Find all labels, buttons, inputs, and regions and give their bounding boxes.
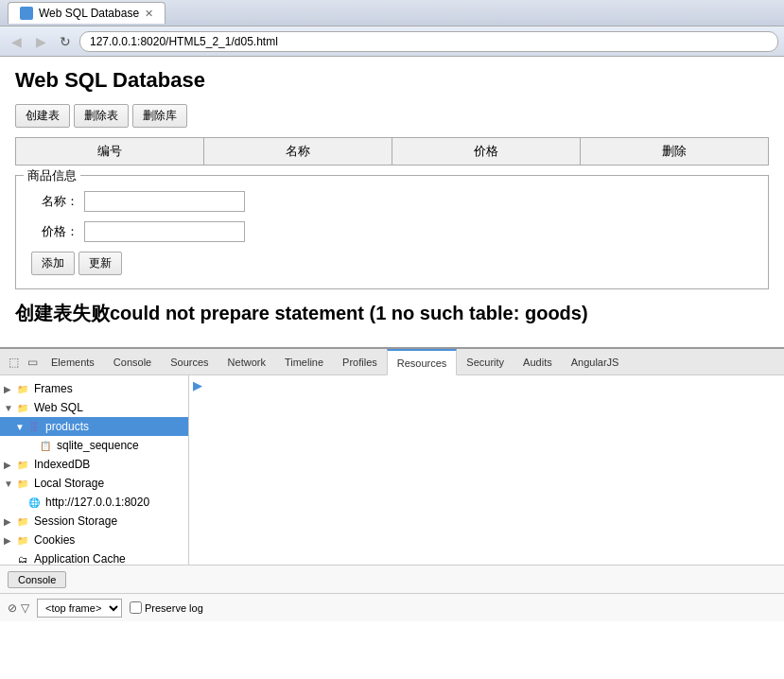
preserve-log-label: Preserve log (130, 601, 203, 614)
sidebar-frames[interactable]: ▶ 📁 Frames (0, 379, 188, 398)
sessionstorage-arrow: ▶ (4, 516, 15, 527)
create-table-button[interactable]: 创建表 (15, 104, 70, 128)
products-icon: 🗄 (26, 419, 42, 434)
websql-arrow: ▼ (4, 403, 15, 413)
browser-tab[interactable]: Web SQL Database ✕ (8, 2, 166, 24)
devtools-panel: ⬚ ▭ Elements Console Sources Network Tim… (0, 347, 784, 621)
add-button[interactable]: 添加 (31, 252, 75, 275)
console-tab-button[interactable]: Console (8, 571, 66, 588)
localstorage-icon: 📁 (15, 476, 30, 491)
appcache-label: Application Cache (34, 552, 126, 565)
cookies-label: Cookies (34, 533, 75, 547)
sidebar-cookies[interactable]: ▶ 📁 Cookies (0, 531, 188, 549)
price-label: 价格： (31, 223, 78, 240)
tab-title: Web SQL Database (39, 7, 139, 20)
localhost-label: http://127.0.0.1:8020 (45, 496, 149, 509)
devtools-sidebar: ▶ 📁 Frames ▼ 📁 Web SQL ▼ 🗄 products 📋 sq… (0, 375, 189, 565)
websql-label: Web SQL (34, 401, 83, 414)
preserve-log-text: Preserve log (145, 602, 203, 614)
sidebar-websql[interactable]: ▼ 📁 Web SQL (0, 398, 188, 417)
frames-icon: 📁 (15, 381, 30, 396)
update-button[interactable]: 更新 (78, 252, 122, 275)
page-content: Web SQL Database 创建表 删除表 删除库 编号 名称 价格 删除… (0, 57, 784, 347)
sidebar-products[interactable]: ▼ 🗄 products (0, 417, 188, 436)
name-input[interactable] (84, 191, 245, 212)
forward-button[interactable]: ▶ (30, 31, 51, 52)
localstorage-arrow: ▼ (4, 479, 15, 489)
tab-network[interactable]: Network (218, 349, 275, 375)
frames-arrow: ▶ (4, 384, 15, 394)
devtools-tabs: ⬚ ▭ Elements Console Sources Network Tim… (0, 349, 784, 375)
form-legend: 商品信息 (24, 167, 80, 184)
devtools-main-panel: ▶ (189, 375, 784, 565)
back-button[interactable]: ◀ (6, 31, 26, 52)
tab-angularjs[interactable]: AngularJS (562, 349, 629, 375)
console-stop-icon[interactable]: ⊘ (8, 601, 17, 615)
col-price: 价格 (392, 138, 581, 165)
cookies-icon: 📁 (15, 532, 30, 548)
indexeddb-arrow: ▶ (4, 460, 15, 470)
tab-security[interactable]: Security (457, 349, 514, 375)
devtools-inspect-icon[interactable]: ⬚ (4, 353, 23, 372)
products-label: products (45, 420, 89, 433)
col-delete: 删除 (581, 138, 769, 165)
sidebar-appcache[interactable]: 🗂 Application Cache (0, 549, 188, 565)
sidebar-localstorage[interactable]: ▼ 📁 Local Storage (0, 474, 188, 493)
console-icons: ⊘ ▽ (8, 601, 29, 615)
indexeddb-icon: 📁 (15, 457, 30, 472)
col-name: 名称 (204, 138, 392, 165)
price-row: 价格： (31, 221, 753, 242)
sessionstorage-label: Session Storage (34, 514, 117, 528)
browser-toolbar: ◀ ▶ ↻ (0, 26, 784, 57)
indexeddb-label: IndexedDB (34, 458, 90, 471)
price-input[interactable] (84, 221, 245, 242)
tab-profiles[interactable]: Profiles (333, 349, 387, 375)
error-message: 创建表失败could not prepare statement (1 no s… (15, 301, 769, 326)
sidebar-sqlite-sequence[interactable]: 📋 sqlite_sequence (0, 436, 188, 455)
tab-audits[interactable]: Audits (514, 349, 562, 375)
page-title: Web SQL Database (15, 68, 769, 93)
sqlite-label: sqlite_sequence (57, 439, 139, 452)
data-table: 编号 名称 价格 删除 (15, 137, 769, 165)
name-label: 名称： (31, 193, 78, 210)
sidebar-sessionstorage[interactable]: ▶ 📁 Session Storage (0, 512, 188, 531)
console-bottom-bar: ⊘ ▽ <top frame> Preserve log (0, 593, 784, 621)
devtools-mobile-icon[interactable]: ▭ (23, 353, 42, 372)
localstorage-label: Local Storage (34, 477, 104, 490)
tab-favicon (20, 7, 33, 20)
websql-icon: 📁 (15, 400, 30, 415)
console-bar: Console (0, 565, 784, 593)
sidebar-localhost[interactable]: 🌐 http://127.0.0.1:8020 (0, 493, 188, 512)
frames-label: Frames (34, 382, 73, 395)
sqlite-icon: 📋 (38, 438, 53, 453)
sidebar-indexeddb[interactable]: ▶ 📁 IndexedDB (0, 455, 188, 474)
browser-titlebar: Web SQL Database ✕ (0, 0, 784, 26)
tab-timeline[interactable]: Timeline (275, 349, 333, 375)
appcache-icon: 🗂 (15, 551, 30, 565)
products-arrow: ▼ (15, 422, 26, 432)
cookies-arrow: ▶ (4, 535, 15, 546)
address-bar[interactable] (79, 31, 778, 52)
devtools-body: ▶ 📁 Frames ▼ 📁 Web SQL ▼ 🗄 products 📋 sq… (0, 375, 784, 565)
form-actions: 添加 更新 (31, 252, 753, 275)
main-arrow: ▶ (193, 379, 201, 392)
col-id: 编号 (16, 138, 204, 165)
tab-elements[interactable]: Elements (42, 349, 104, 375)
sessionstorage-icon: 📁 (15, 514, 30, 529)
delete-db-button[interactable]: 删除库 (132, 104, 187, 128)
console-frame-select[interactable]: <top frame> (37, 599, 122, 618)
product-form-group: 商品信息 名称： 价格： 添加 更新 (15, 175, 769, 289)
toolbar-buttons: 创建表 删除表 删除库 (15, 104, 769, 128)
tab-resources[interactable]: Resources (387, 349, 458, 375)
tab-console[interactable]: Console (104, 349, 161, 375)
preserve-log-checkbox[interactable] (130, 601, 142, 614)
tab-close-button[interactable]: ✕ (145, 8, 153, 20)
reload-button[interactable]: ↻ (55, 31, 76, 52)
console-filter-icon[interactable]: ▽ (21, 601, 29, 615)
name-row: 名称： (31, 191, 753, 212)
localhost-icon: 🌐 (26, 495, 42, 510)
delete-table-button[interactable]: 删除表 (74, 104, 129, 128)
tab-sources[interactable]: Sources (161, 349, 218, 375)
